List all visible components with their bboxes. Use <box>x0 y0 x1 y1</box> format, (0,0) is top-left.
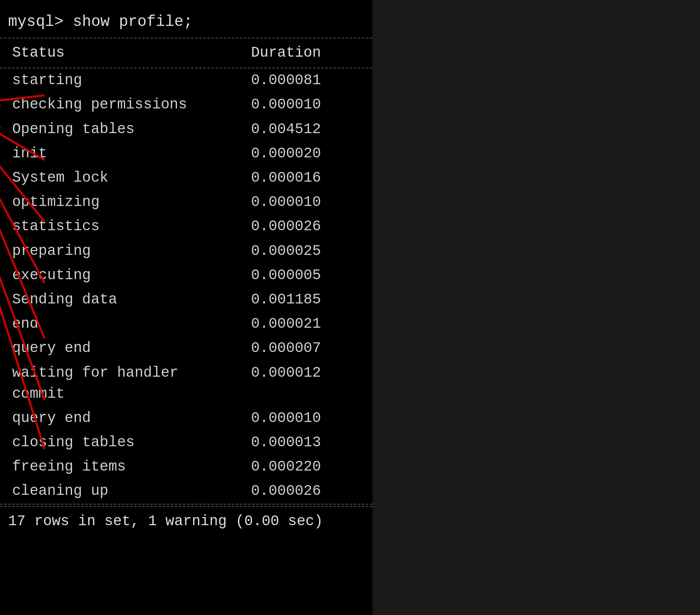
table-row: Opening tables 0.004512 <box>0 117 372 142</box>
duration-cell: 0.000010 <box>239 94 372 115</box>
duration-cell: 0.000020 <box>239 143 372 164</box>
table-row: System lock 0.000016 <box>0 166 372 190</box>
table-row: cleaning up 0.000026 <box>0 479 372 503</box>
table-row: init 0.000020 <box>0 142 372 166</box>
duration-cell: 0.000016 <box>239 168 372 189</box>
terminal: mysql> show profile; Status Duration sta… <box>0 0 372 615</box>
status-cell: waiting for handler commit <box>0 363 239 405</box>
table-row: starting 0.000081 <box>0 68 372 93</box>
annotation-text: 准备 <box>421 392 458 413</box>
duration-cell: 0.001185 <box>239 289 372 310</box>
duration-cell: 0.000013 <box>239 432 372 453</box>
table-row: executing 0.000005 <box>0 263 372 288</box>
footer: 17 rows in set, 1 warning (0.00 sec) <box>0 506 372 536</box>
status-cell: statistics <box>0 216 239 237</box>
status-cell: Opening tables <box>0 119 239 140</box>
status-cell: optimizing <box>0 192 239 213</box>
duration-cell: 0.000081 <box>239 70 372 91</box>
status-cell: System lock <box>0 168 239 189</box>
mysql-command: mysql> show profile; <box>8 13 193 30</box>
table-body: starting 0.000081 checking permissions 0… <box>0 68 372 503</box>
table-row: checking permissions 0.000010 <box>0 93 372 117</box>
annotation-text: 权限检查 <box>421 88 496 109</box>
duration-cell: 0.000010 <box>239 408 372 429</box>
annotation-text: 优化查询 <box>421 331 496 352</box>
table-row: optimizing 0.000010 <box>0 190 372 214</box>
duration-cell: 0.000007 <box>239 338 372 359</box>
profile-table: Status Duration starting 0.000081 checki… <box>0 38 372 505</box>
status-cell: freeing items <box>0 456 239 477</box>
duration-cell: 0.004512 <box>239 119 372 140</box>
table-row: query end 0.000010 <box>0 406 372 430</box>
table-row: waiting for handler commit 0.000012 <box>0 361 372 406</box>
duration-cell: 0.000026 <box>239 481 372 502</box>
annotations-panel: 权限检查打开表初始化锁系统优化查询准备执行 <box>372 0 700 615</box>
annotation-6: 执行 <box>421 440 458 465</box>
annotation-text: 打开表 <box>421 152 477 173</box>
status-cell: query end <box>0 338 239 359</box>
table-row: Sending data 0.001185 <box>0 288 372 312</box>
status-cell: cleaning up <box>0 481 239 502</box>
command-line: mysql> show profile; <box>0 7 372 38</box>
annotation-5: 准备 <box>421 390 458 416</box>
duration-header: Duration <box>239 42 372 64</box>
duration-cell: 0.000021 <box>239 314 372 335</box>
annotation-4: 优化查询 <box>421 329 496 354</box>
status-cell: init <box>0 143 239 164</box>
table-row: statistics 0.000026 <box>0 214 372 239</box>
status-cell: query end <box>0 408 239 429</box>
status-cell: Sending data <box>0 289 239 310</box>
table-row: end 0.000021 <box>0 312 372 336</box>
status-cell: checking permissions <box>0 94 239 115</box>
annotation-2: 初始化 <box>421 212 477 237</box>
duration-cell: 0.000026 <box>239 216 372 237</box>
status-cell: starting <box>0 70 239 91</box>
table-header: Status Duration <box>0 38 372 68</box>
table-row: preparing 0.000025 <box>0 239 372 263</box>
status-cell: end <box>0 314 239 335</box>
duration-cell: 0.000005 <box>239 265 372 286</box>
annotation-3: 锁系统 <box>421 274 477 299</box>
status-cell: closing tables <box>0 432 239 453</box>
annotation-0: 权限检查 <box>421 86 496 111</box>
annotation-text: 锁系统 <box>421 275 477 296</box>
annotation-text: 初始化 <box>421 214 477 235</box>
annotation-1: 打开表 <box>421 151 477 176</box>
table-row: query end 0.000007 <box>0 336 372 361</box>
duration-cell: 0.000025 <box>239 241 372 262</box>
duration-cell: 0.000010 <box>239 192 372 213</box>
annotation-text: 执行 <box>421 441 458 462</box>
status-header: Status <box>0 42 239 64</box>
table-row: freeing items 0.000220 <box>0 455 372 479</box>
status-cell: preparing <box>0 241 239 262</box>
duration-cell: 0.000220 <box>239 456 372 477</box>
status-cell: executing <box>0 265 239 286</box>
table-row: closing tables 0.000013 <box>0 430 372 455</box>
duration-cell: 0.000012 <box>239 363 372 405</box>
